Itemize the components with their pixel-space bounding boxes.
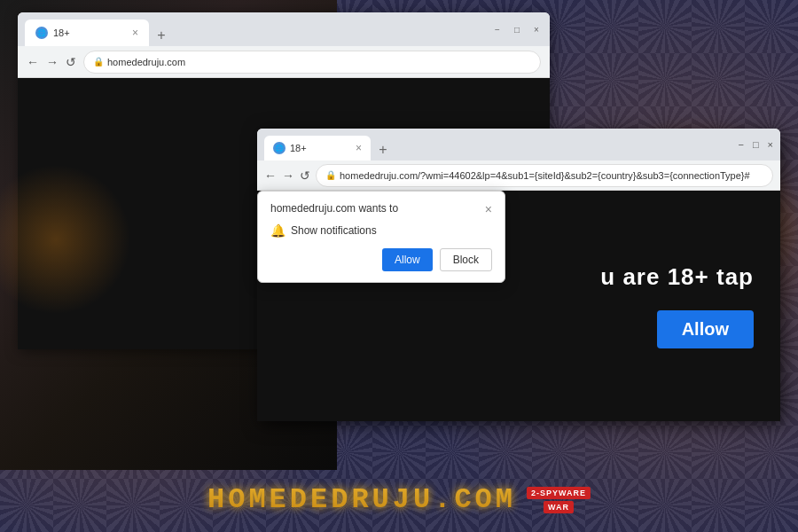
window-controls-front: − □ × xyxy=(738,139,773,150)
page-content: u are 18+ tap Allow xyxy=(600,263,754,348)
page-allow-button[interactable]: Allow xyxy=(657,310,754,348)
notification-popup: homededruju.com wants to × 🔔 Show notifi… xyxy=(257,191,505,283)
back-button-front[interactable]: ← xyxy=(264,168,277,183)
popup-permission-row: 🔔 Show notifications xyxy=(270,223,492,238)
new-tab-button-back[interactable]: + xyxy=(151,25,172,46)
close-button-front[interactable]: × xyxy=(768,139,773,150)
tab-favicon-front: 🌐 xyxy=(273,142,286,154)
bottom-bar: HOMEDEDRUJU.COM 2-SPYWARE WAR xyxy=(207,483,591,516)
reload-button-front[interactable]: ↺ xyxy=(300,168,310,183)
tab-strip-back: 🌐 18+ × + xyxy=(25,12,172,46)
lock-icon-back: 🔒 xyxy=(93,57,104,66)
window-controls-back: − □ × xyxy=(491,23,543,35)
site-name: HOMEDEDRUJU.COM xyxy=(207,483,516,516)
minimize-button-back[interactable]: − xyxy=(491,23,504,35)
tab-label-back: 18+ xyxy=(53,27,127,38)
address-field-front[interactable]: 🔒 homededruju.com/?wmi=44602&lp=4&sub1={… xyxy=(316,164,773,187)
popup-close-button[interactable]: × xyxy=(485,202,492,216)
browser-tab-front[interactable]: 🌐 18+ × xyxy=(264,136,371,160)
popup-actions: Allow Block xyxy=(270,248,492,271)
reload-button-back[interactable]: ↺ xyxy=(66,55,76,69)
address-bar-back: ← → ↺ 🔒 homededruju.com xyxy=(18,46,550,78)
tab-close-back[interactable]: × xyxy=(132,27,138,39)
maximize-button-back[interactable]: □ xyxy=(511,23,523,35)
allow-button[interactable]: Allow xyxy=(382,248,433,271)
address-bar-front: ← → ↺ 🔒 homededruju.com/?wmi=44602&lp=4&… xyxy=(257,160,780,191)
tab-strip-front: 🌐 18+ × + xyxy=(264,129,394,160)
popup-permission-text: Show notifications xyxy=(291,224,377,237)
browser-tab-back[interactable]: 🌐 18+ × xyxy=(25,20,149,46)
war-label: WAR xyxy=(544,501,574,513)
browser-window-front: 🌐 18+ × + − □ × ← → ↺ 🔒 homededruju.com/… xyxy=(257,129,780,421)
back-button-back[interactable]: ← xyxy=(27,55,39,69)
address-text-back: homededruju.com xyxy=(107,57,185,67)
forward-button-back[interactable]: → xyxy=(46,55,59,69)
chrome-tab-bar-front: 🌐 18+ × + − □ × xyxy=(257,129,780,160)
popup-title: homededruju.com wants to xyxy=(270,202,478,215)
chrome-tab-bar-back: 🌐 18+ × + − □ × xyxy=(18,12,550,46)
new-tab-button-front[interactable]: + xyxy=(372,139,394,160)
lock-icon-front: 🔒 xyxy=(325,170,336,180)
bell-icon: 🔔 xyxy=(270,223,286,238)
popup-header: homededruju.com wants to × xyxy=(270,202,492,216)
war-badge-container: 2-SPYWARE WAR xyxy=(527,487,591,513)
page-main-text: u are 18+ tap xyxy=(600,263,754,291)
minimize-button-front[interactable]: − xyxy=(738,139,743,150)
forward-button-front[interactable]: → xyxy=(282,168,294,183)
address-field-back[interactable]: 🔒 homededruju.com xyxy=(83,51,541,74)
maximize-button-front[interactable]: □ xyxy=(753,139,759,150)
tab-close-front[interactable]: × xyxy=(356,142,362,154)
tab-favicon-back: 🌐 xyxy=(35,27,48,39)
tab-label-front: 18+ xyxy=(290,143,351,153)
spyware-badge: 2-SPYWARE xyxy=(527,487,591,499)
address-text-front: homededruju.com/?wmi=44602&lp=4&sub1={si… xyxy=(340,170,750,181)
close-button-back[interactable]: × xyxy=(530,23,543,35)
block-button[interactable]: Block xyxy=(440,248,492,271)
